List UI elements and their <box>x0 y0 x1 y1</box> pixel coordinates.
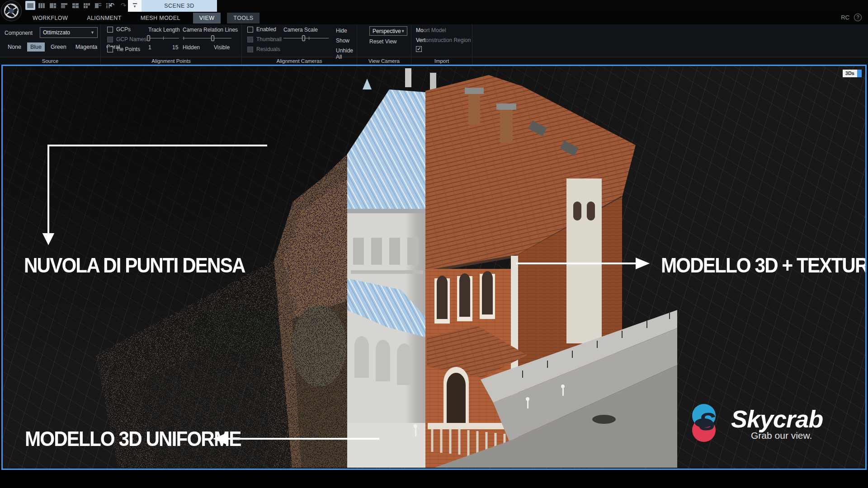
track-length-min: 1 <box>148 44 151 51</box>
crl-hidden-label: Hidden <box>183 44 200 51</box>
tab-mesh-model[interactable]: MESH MODEL <box>134 13 187 23</box>
arrowhead-down <box>44 234 53 243</box>
reset-view-button[interactable]: Reset View <box>369 38 396 45</box>
ribbon-empty-area <box>472 24 868 65</box>
bottom-bar <box>0 470 868 488</box>
viewport-badge-handle[interactable] <box>857 70 862 77</box>
section-alignment-cameras: Enabled Thumbnail Residuals Camera Scale… <box>242 24 357 65</box>
section-label-alignment-points: Alignment Points <box>101 57 241 65</box>
skycrab-brand: Skycrab <box>731 405 823 433</box>
ribbon-tab-bar: WORKFLOW ALIGNMENT MESH MODEL VIEW TOOLS <box>0 12 868 24</box>
checkbox-residuals[interactable]: Residuals <box>247 46 280 52</box>
layout-grid-2x3-icon[interactable] <box>82 1 92 10</box>
color-option-magenta[interactable]: Magenta <box>72 42 101 52</box>
ribbon: Component Ottimizzato ▼ None Blue Green … <box>0 24 868 65</box>
uniform-model-band <box>347 68 436 468</box>
quick-access-strip: ▾ SCENE 3D <box>128 0 217 12</box>
help-icon[interactable]: ? <box>854 14 862 21</box>
component-value: Ottimizzato <box>43 29 70 36</box>
section-alignment-points: GCPs GCP Names Tie Points Track Length 1… <box>101 24 242 65</box>
section-source: Component Ottimizzato ▼ None Blue Green … <box>0 24 101 65</box>
import-row1-bright: Mo <box>416 27 424 33</box>
checkbox-gcp-names[interactable]: GCP Names <box>107 36 146 42</box>
skycrab-watermark: S Skycrab Grab our view. <box>689 404 823 442</box>
arrow-point-cloud <box>48 145 267 234</box>
checkbox-box <box>247 37 253 42</box>
import-model-label[interactable]: ort Model <box>424 27 446 33</box>
component-label: Component <box>5 30 33 36</box>
chevron-down-icon: ▼ <box>90 30 94 35</box>
layout-one-plus-two-icon[interactable] <box>48 1 58 10</box>
viewport-badge-label: 3Ds <box>843 70 857 77</box>
tab-tools[interactable]: TOOLS <box>227 13 259 23</box>
section-label-import: Import <box>411 57 472 65</box>
track-length-max: 15 <box>172 44 178 51</box>
import-checkbox[interactable] <box>416 46 422 52</box>
annotation-textured: MODELLO 3D + TEXTURE <box>661 253 867 277</box>
slider-thumb[interactable] <box>302 35 305 41</box>
arrowhead-right <box>637 259 647 268</box>
layout-rows-icon[interactable] <box>59 1 69 10</box>
projection-dropdown[interactable]: Perspective ▼ <box>369 26 407 36</box>
hide-button[interactable]: Hide <box>336 28 347 34</box>
quick-access-menu-icon[interactable]: ▾ <box>128 3 142 9</box>
camera-scale-title: Camera Scale <box>283 27 318 33</box>
layout-columns-icon[interactable] <box>37 1 47 10</box>
section-import: Moort Model Vertonstruction Region Impor… <box>411 24 472 65</box>
annotation-uniform: MODELLO 3D UNIFORME <box>25 427 241 451</box>
layout-one-plus-grid-icon[interactable] <box>93 1 103 10</box>
checkbox-tie-points[interactable]: Tie Points <box>107 46 140 52</box>
tab-view[interactable]: VIEW <box>193 13 221 23</box>
skycrab-logo-icon: S <box>689 404 725 442</box>
redo-icon[interactable]: ↷ <box>118 1 128 10</box>
component-dropdown[interactable]: Ottimizzato ▼ <box>40 27 98 38</box>
section-label-source: Source <box>0 57 100 65</box>
crl-visible-label: Visible <box>214 44 230 51</box>
tab-scene-3d[interactable]: SCENE 3D <box>142 0 217 12</box>
color-option-green[interactable]: Green <box>47 42 70 52</box>
chevron-down-icon: ▼ <box>401 29 405 33</box>
checkbox-enabled[interactable]: Enabled <box>247 26 276 33</box>
annotation-point-cloud: NUVOLA DI PUNTI DENSA <box>24 253 245 277</box>
rc-watermark-label: RC <box>841 14 849 21</box>
window-corner-controls: RC ? <box>841 14 862 21</box>
skycrab-tagline: Grab our view. <box>751 430 823 441</box>
checkbox-box <box>107 27 113 33</box>
title-bar: ↶ ↷ ▾ SCENE 3D <box>0 0 868 12</box>
checkbox-box <box>416 46 422 52</box>
camera-relation-lines-title: Camera Relation Lines <box>183 27 238 33</box>
projection-value: Perspective <box>373 28 401 34</box>
viewport-layout-toolbar <box>25 1 114 10</box>
tab-workflow[interactable]: WORKFLOW <box>26 13 74 23</box>
camera-scale-slider[interactable] <box>283 35 329 41</box>
checkbox-box <box>247 47 253 52</box>
track-length-slider[interactable] <box>148 35 179 41</box>
import-row2-bright: Vert <box>416 37 425 43</box>
slider-thumb[interactable] <box>211 35 214 41</box>
construction-region-label[interactable]: onstruction Region <box>425 37 471 43</box>
checkbox-gcps[interactable]: GCPs <box>107 26 131 33</box>
slider-thumb[interactable] <box>147 35 150 41</box>
unhide-all-button[interactable]: Unhide All <box>336 47 357 60</box>
color-option-none[interactable]: None <box>5 42 24 52</box>
layout-grid-2x2-icon[interactable] <box>71 1 80 10</box>
track-length-title: Track Length <box>148 27 180 33</box>
checkbox-box <box>247 27 253 33</box>
show-button[interactable]: Show <box>336 38 349 44</box>
undo-icon[interactable]: ↶ <box>107 1 117 10</box>
viewport-name-badge[interactable]: 3Ds <box>843 70 862 77</box>
checkbox-box <box>107 47 113 52</box>
camera-relation-lines-slider[interactable] <box>183 35 231 41</box>
checkbox-thumbnail[interactable]: Thumbnail <box>247 36 282 42</box>
tab-alignment[interactable]: ALIGNMENT <box>80 13 128 23</box>
section-label-view-camera: View Camera <box>357 57 411 65</box>
layout-single-icon[interactable] <box>25 1 35 10</box>
checkbox-box <box>107 37 113 42</box>
section-view-camera: Perspective ▼ Reset View View Camera <box>357 24 411 65</box>
color-option-blue[interactable]: Blue <box>27 42 45 52</box>
scene-3d-viewport[interactable]: 3Ds NUVOLA DI PUNTI DENSA MODELLO 3D + T… <box>1 65 867 470</box>
app-logo-icon[interactable] <box>1 0 22 21</box>
